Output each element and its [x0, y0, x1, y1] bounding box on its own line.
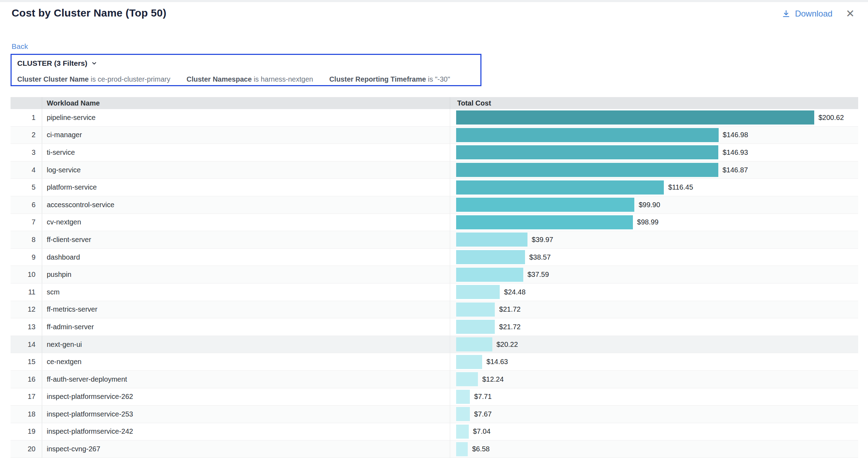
table-row[interactable]: 1pipeline-service$200.62: [11, 109, 858, 127]
workload-name-cell: platform-service: [42, 179, 450, 196]
cost-bar: [456, 407, 470, 421]
table-row[interactable]: 17inspect-platformservice-262$7.71: [11, 388, 858, 406]
row-rank: 1: [11, 109, 42, 126]
total-cost-cell: $99.90: [450, 196, 858, 214]
filter-chip[interactable]: Cluster Namespace is harness-nextgen: [187, 75, 313, 83]
row-rank: 7: [11, 214, 42, 231]
table-header-row: Workload Name Total Cost: [11, 97, 858, 109]
row-rank: 13: [11, 318, 42, 336]
table-row[interactable]: 18inspect-platformservice-253$7.67: [11, 406, 858, 423]
workload-name-cell: ff-client-server: [42, 231, 450, 248]
row-rank: 19: [11, 423, 42, 440]
filter-chip[interactable]: Cluster Reporting Timeframe is "-30": [329, 75, 450, 83]
workload-name-column-header[interactable]: Workload Name: [42, 97, 450, 109]
cost-value-label: $21.72: [499, 305, 520, 313]
table-row[interactable]: 13ff-admin-server$21.72: [11, 318, 858, 336]
table-row[interactable]: 3ti-service$146.93: [11, 144, 858, 161]
cost-bar: [456, 128, 719, 142]
filter-summary: Cluster Cluster Name is ce-prod-cluster-…: [17, 75, 480, 83]
table-row[interactable]: 6accesscontrol-service$99.90: [11, 196, 858, 214]
cost-bar: [456, 355, 482, 369]
cost-bar: [456, 320, 495, 334]
row-rank: 6: [11, 196, 42, 214]
filter-field: Cluster Namespace: [187, 75, 252, 83]
download-button[interactable]: Download: [782, 9, 833, 19]
download-label: Download: [795, 9, 833, 19]
table-row[interactable]: 10pushpin$37.59: [11, 266, 858, 284]
cost-value-label: $38.57: [529, 253, 551, 261]
cost-value-label: $37.59: [527, 271, 549, 279]
total-cost-column-header[interactable]: Total Cost: [450, 97, 858, 109]
table-row[interactable]: 5platform-service$116.45: [11, 179, 858, 196]
filter-group-toggle[interactable]: CLUSTER (3 Filters): [17, 59, 97, 68]
rank-column-header: [11, 97, 42, 109]
total-cost-cell: $7.71: [450, 388, 858, 406]
filter-condition: is "-30": [428, 75, 450, 83]
table-row[interactable]: 12ff-metrics-server$21.72: [11, 301, 858, 319]
filter-chip[interactable]: Cluster Cluster Name is ce-prod-cluster-…: [17, 75, 170, 83]
workload-name-cell: inspect-cvng-267: [42, 440, 450, 458]
close-icon[interactable]: ✕: [846, 8, 855, 19]
total-cost-cell: $98.99: [450, 214, 858, 231]
total-cost-cell: $21.72: [450, 301, 858, 318]
table-row[interactable]: 7cv-nextgen$98.99: [11, 214, 858, 231]
cost-bar: [456, 233, 527, 247]
workload-name-cell: cv-nextgen: [42, 214, 450, 231]
cost-value-label: $200.62: [818, 114, 844, 122]
total-cost-cell: $20.22: [450, 336, 858, 353]
filter-condition: is ce-prod-cluster-primary: [91, 75, 170, 83]
workload-name-cell: ff-auth-server-deployment: [42, 371, 450, 388]
cost-value-label: $99.90: [639, 201, 660, 209]
total-cost-cell: $39.97: [450, 231, 858, 248]
back-link[interactable]: Back: [12, 42, 28, 51]
total-cost-cell: $6.58: [450, 440, 858, 458]
cost-value-label: $98.99: [637, 218, 659, 226]
table-row[interactable]: 11scm$24.48: [11, 284, 858, 301]
row-rank: 18: [11, 406, 42, 423]
row-rank: 16: [11, 371, 42, 388]
table-row[interactable]: 8ff-client-server$39.97: [11, 231, 858, 249]
cost-bar: [456, 337, 492, 351]
cost-value-label: $12.24: [482, 375, 504, 383]
dialog-top-edge: [0, 0, 868, 2]
cost-bar: [456, 163, 718, 177]
filter-field: Cluster Reporting Timeframe: [329, 75, 426, 83]
table-row[interactable]: 2ci-manager$146.98: [11, 127, 858, 144]
filter-field: Cluster Cluster Name: [17, 75, 89, 83]
table-row[interactable]: 19inspect-platformservice-242$7.04: [11, 423, 858, 441]
workload-name-cell: inspect-platformservice-262: [42, 388, 450, 406]
row-rank: 20: [11, 440, 42, 458]
total-cost-cell: $7.67: [450, 406, 858, 423]
cost-bar: [456, 285, 500, 299]
cost-value-label: $39.97: [532, 236, 553, 244]
table-row[interactable]: 4log-service$146.87: [11, 161, 858, 179]
cost-bar: [456, 198, 634, 212]
cost-value-label: $116.45: [668, 183, 693, 191]
table-row[interactable]: 15ce-nextgen$14.63: [11, 353, 858, 371]
total-cost-cell: $38.57: [450, 249, 858, 266]
cost-bar: [456, 372, 478, 386]
total-cost-cell: $146.87: [450, 161, 858, 179]
workload-name-cell: log-service: [42, 161, 450, 179]
workload-name-cell: inspect-platformservice-253: [42, 406, 450, 423]
row-rank: 2: [11, 127, 42, 144]
workload-name-cell: dashboard: [42, 249, 450, 266]
total-cost-cell: $116.45: [450, 179, 858, 196]
cost-value-label: $7.04: [473, 427, 491, 435]
table-row[interactable]: 16ff-auth-server-deployment$12.24: [11, 371, 858, 388]
table-row[interactable]: 20inspect-cvng-267$6.58: [11, 440, 858, 458]
total-cost-cell: $12.24: [450, 371, 858, 388]
row-rank: 4: [11, 161, 42, 179]
cost-bar: [456, 268, 523, 282]
total-cost-cell: $14.63: [450, 353, 858, 370]
workload-name-cell: scm: [42, 284, 450, 301]
cost-bar: [456, 250, 525, 264]
workload-name-cell: ff-admin-server: [42, 318, 450, 336]
workload-name-cell: ti-service: [42, 144, 450, 161]
table-row[interactable]: 14next-gen-ui$20.22: [11, 336, 858, 354]
table-row[interactable]: 9dashboard$38.57: [11, 249, 858, 266]
total-cost-cell: $200.62: [450, 109, 858, 126]
workload-name-cell: inspect-platformservice-242: [42, 423, 450, 440]
cost-bar: [456, 390, 470, 404]
filter-panel: CLUSTER (3 Filters) Cluster Cluster Name…: [11, 54, 481, 86]
